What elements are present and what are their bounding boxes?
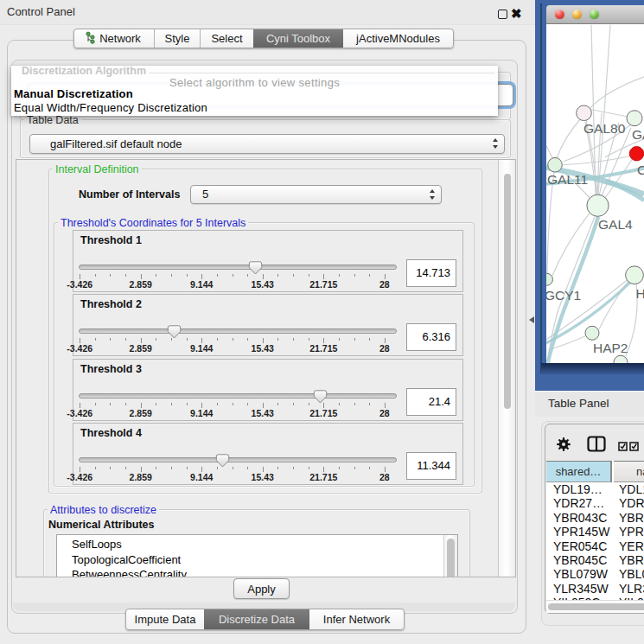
slider-tick (369, 338, 370, 341)
table-row[interactable]: YBR045CYBR0 (546, 553, 644, 567)
slider-tick (217, 338, 218, 341)
tab-discretize-data[interactable]: Discretize Data (204, 609, 309, 629)
threshold-slider-thumb[interactable] (215, 454, 230, 468)
network-view-canvas[interactable]: GAL80GACGAL11GAL4GCY1HHAP2 (546, 24, 644, 364)
network-window-bottom-edge (541, 363, 644, 374)
threshold-value-field[interactable]: 6.316 (406, 323, 456, 351)
network-node-hap2[interactable] (585, 326, 599, 340)
threshold-value-field[interactable]: 21.4 (406, 388, 456, 416)
number-of-intervals-combobox[interactable]: 5 (190, 185, 442, 205)
slider-tick (217, 403, 218, 405)
tab-infer-network[interactable]: Infer Network (309, 609, 404, 629)
slider-tick (125, 338, 126, 341)
split-collapse-arrow-icon[interactable] (529, 316, 534, 323)
table-row[interactable]: YBR043CYBR0 (546, 511, 644, 525)
network-node-gal80[interactable] (577, 105, 592, 120)
table-row[interactable]: YBL079WYBL0 (546, 567, 644, 581)
slider-tick (125, 403, 126, 405)
attributes-list-scrollbar-thumb[interactable] (447, 539, 455, 577)
network-node[interactable] (614, 355, 628, 363)
window-zoom-button[interactable] (590, 10, 599, 19)
float-window-icon[interactable] (498, 10, 507, 19)
table-data-combobox[interactable]: galFiltered.sif default node (29, 134, 505, 155)
threshold-value-field[interactable]: 14.713 (406, 259, 456, 287)
threshold-slider-track[interactable] (79, 393, 397, 399)
numerical-attributes-list[interactable]: SelfLoopsTopologicalCoefficientBetweenne… (56, 534, 458, 577)
tab-infer-network-label: Infer Network (323, 613, 390, 626)
checkbox-icon[interactable] (629, 439, 639, 455)
table-cell-name: YDR2 (619, 496, 644, 510)
network-node-c[interactable] (629, 146, 643, 160)
table-header-name[interactable]: name (614, 461, 644, 482)
popup-item-equal-width[interactable]: Equal Width/Frequency Discretization (14, 101, 207, 114)
network-node-label: C (637, 162, 644, 176)
attributes-list-scrollbar[interactable] (443, 535, 457, 577)
checkbox-icon[interactable] (618, 439, 628, 455)
network-node-gal4[interactable] (587, 194, 609, 216)
close-icon[interactable]: ✖ (511, 7, 522, 21)
threshold-slider-thumb[interactable] (167, 325, 182, 339)
network-node-gcy1[interactable] (546, 273, 553, 285)
network-edge[interactable] (557, 115, 583, 158)
table-horizontal-scrollbar-thumb[interactable] (548, 603, 644, 610)
network-edge[interactable] (547, 171, 554, 272)
settings-scrollbar[interactable] (498, 160, 515, 577)
attribute-list-item[interactable]: TopologicalCoefficient (72, 552, 181, 568)
apply-button[interactable]: Apply (233, 578, 290, 599)
table-row[interactable]: YDL19…YDL1 (546, 482, 644, 496)
slider-tick (369, 274, 370, 277)
tab-impute-data[interactable]: Impute Data (126, 609, 204, 629)
slider-tick (110, 338, 111, 341)
threshold-slider-thumb[interactable] (248, 261, 263, 275)
slider-scale-label: 21.715 (299, 279, 348, 290)
slider-tick (95, 403, 96, 405)
control-panel-title: Control Panel (7, 0, 75, 24)
slider-scale-label: 2.859 (117, 343, 165, 354)
table-row[interactable]: YDR27…YDR2 (546, 496, 644, 510)
network-node-h[interactable] (626, 265, 644, 284)
threshold-slider-track[interactable] (79, 328, 397, 334)
table-row[interactable]: YLR345WYLR3 (546, 582, 644, 596)
tab-jactivemnodules[interactable]: jActiveMNodules (343, 29, 453, 48)
settings-gear-icon[interactable] (557, 437, 571, 455)
popup-item-manual-discretization[interactable]: Manual Discretization (14, 87, 133, 100)
tab-cyni-toolbox[interactable]: Cyni Toolbox (253, 29, 343, 48)
table-horizontal-scrollbar[interactable] (546, 600, 644, 613)
slider-tick (171, 467, 172, 469)
table-row[interactable]: YPR145WYPR1 (546, 525, 644, 539)
slider-tick (339, 467, 340, 469)
slider-tick (354, 274, 355, 277)
threshold-value-field[interactable]: 11.344 (406, 452, 456, 480)
network-edge[interactable] (590, 76, 644, 107)
tab-style[interactable]: Style (154, 29, 200, 48)
slider-tick (233, 403, 233, 405)
slider-scale-label: 2.859 (117, 472, 165, 482)
table-data-combobox-value: galFiltered.sif default node (50, 135, 182, 154)
table-cell-name: YPR1 (619, 525, 644, 539)
network-edge[interactable] (591, 109, 627, 116)
threshold-slider-thumb[interactable] (313, 390, 328, 404)
threshold-slider-track[interactable] (79, 457, 397, 462)
table-row[interactable]: YER054CYER0 (546, 539, 644, 553)
split-view-icon[interactable] (587, 436, 606, 456)
slider-tick (156, 467, 156, 469)
threshold-slider-track[interactable] (79, 265, 397, 270)
network-edge[interactable] (598, 24, 610, 194)
table-cell-shared-name: YDL19… (553, 482, 603, 496)
network-node-gal11[interactable] (548, 157, 563, 172)
threshold-value-text: 21.4 (429, 389, 450, 415)
tab-network[interactable]: Network (74, 29, 154, 48)
slider-scale-label: 21.715 (299, 343, 348, 354)
window-minimize-button[interactable] (572, 10, 582, 19)
settings-scrollbar-thumb[interactable] (504, 174, 512, 409)
attribute-list-item[interactable]: SelfLoops (72, 537, 122, 552)
slider-tick (95, 274, 96, 277)
table-header-shared-name[interactable]: shared… (546, 461, 612, 482)
number-of-intervals-value: 5 (202, 186, 208, 204)
window-close-button[interactable] (555, 10, 564, 19)
slider-tick (125, 467, 126, 469)
network-node-ga[interactable] (627, 110, 642, 125)
network-node-label: HAP2 (593, 341, 628, 355)
attribute-list-item[interactable]: BetweennessCentrality (72, 567, 187, 577)
tab-select[interactable]: Select (200, 29, 253, 48)
